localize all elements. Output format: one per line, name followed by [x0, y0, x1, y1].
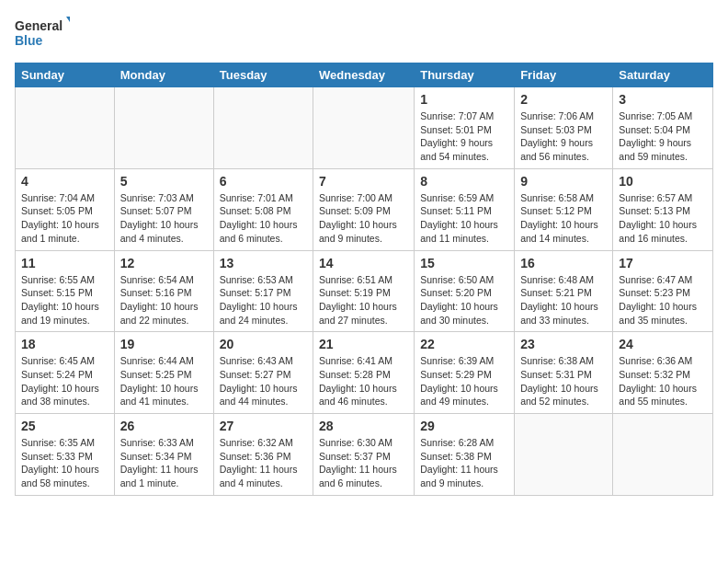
day-info: Sunrise: 6:43 AMSunset: 5:27 PMDaylight:…	[220, 354, 307, 408]
day-info: Sunrise: 6:53 AMSunset: 5:17 PMDaylight:…	[220, 273, 307, 327]
day-info: Sunrise: 6:57 AMSunset: 5:13 PMDaylight:…	[619, 191, 707, 246]
calendar-cell: 10Sunrise: 6:57 AMSunset: 5:13 PMDayligh…	[613, 168, 713, 250]
day-of-week-header: Tuesday	[213, 63, 313, 87]
day-info: Sunrise: 6:45 AMSunset: 5:24 PMDaylight:…	[21, 354, 108, 408]
calendar-cell: 22Sunrise: 6:39 AMSunset: 5:29 PMDayligh…	[415, 332, 515, 414]
day-info: Sunrise: 6:33 AMSunset: 5:34 PMDaylight:…	[120, 436, 208, 490]
day-number: 24	[619, 337, 707, 351]
calendar-cell: 17Sunrise: 6:47 AMSunset: 5:23 PMDayligh…	[613, 250, 713, 332]
day-of-week-header: Wednesday	[313, 63, 415, 87]
calendar-week-row: 4Sunrise: 7:04 AMSunset: 5:05 PMDaylight…	[16, 168, 713, 250]
calendar-cell: 13Sunrise: 6:53 AMSunset: 5:17 PMDayligh…	[213, 250, 313, 332]
calendar-cell	[16, 87, 115, 169]
day-info: Sunrise: 6:32 AMSunset: 5:36 PMDaylight:…	[220, 436, 307, 490]
logo: General Blue	[15, 15, 70, 52]
day-info: Sunrise: 7:05 AMSunset: 5:04 PMDaylight:…	[619, 109, 707, 164]
day-number: 5	[120, 174, 208, 189]
day-of-week-header: Friday	[515, 63, 613, 87]
svg-marker-2	[66, 17, 70, 28]
day-number: 20	[220, 337, 307, 351]
calendar-cell: 27Sunrise: 6:32 AMSunset: 5:36 PMDayligh…	[213, 414, 313, 496]
calendar-cell	[613, 414, 713, 496]
calendar-cell: 24Sunrise: 6:36 AMSunset: 5:32 PMDayligh…	[613, 332, 713, 414]
day-info: Sunrise: 7:01 AMSunset: 5:08 PMDaylight:…	[220, 191, 307, 246]
calendar-cell	[213, 87, 313, 169]
day-number: 9	[520, 174, 607, 189]
calendar-cell: 18Sunrise: 6:45 AMSunset: 5:24 PMDayligh…	[16, 332, 115, 414]
day-number: 4	[21, 174, 108, 189]
calendar-week-row: 25Sunrise: 6:35 AMSunset: 5:33 PMDayligh…	[16, 414, 713, 496]
day-number: 29	[420, 419, 508, 433]
day-info: Sunrise: 6:58 AMSunset: 5:12 PMDaylight:…	[520, 191, 607, 246]
calendar-cell: 28Sunrise: 6:30 AMSunset: 5:37 PMDayligh…	[313, 414, 415, 496]
day-info: Sunrise: 6:28 AMSunset: 5:38 PMDaylight:…	[420, 436, 508, 490]
day-number: 6	[220, 174, 307, 189]
svg-text:Blue: Blue	[15, 33, 43, 48]
day-number: 11	[21, 256, 108, 270]
calendar-cell: 23Sunrise: 6:38 AMSunset: 5:31 PMDayligh…	[515, 332, 613, 414]
day-info: Sunrise: 6:47 AMSunset: 5:23 PMDaylight:…	[619, 273, 707, 327]
calendar-cell: 6Sunrise: 7:01 AMSunset: 5:08 PMDaylight…	[213, 168, 313, 250]
day-info: Sunrise: 7:00 AMSunset: 5:09 PMDaylight:…	[319, 191, 408, 246]
day-number: 13	[220, 256, 307, 270]
day-number: 18	[21, 337, 108, 351]
calendar-cell: 4Sunrise: 7:04 AMSunset: 5:05 PMDaylight…	[16, 168, 115, 250]
day-info: Sunrise: 6:48 AMSunset: 5:21 PMDaylight:…	[520, 273, 607, 327]
day-info: Sunrise: 6:30 AMSunset: 5:37 PMDaylight:…	[319, 436, 408, 490]
day-number: 8	[420, 174, 508, 189]
day-info: Sunrise: 7:04 AMSunset: 5:05 PMDaylight:…	[21, 191, 108, 246]
calendar-cell: 25Sunrise: 6:35 AMSunset: 5:33 PMDayligh…	[16, 414, 115, 496]
day-info: Sunrise: 7:07 AMSunset: 5:01 PMDaylight:…	[420, 109, 508, 164]
day-number: 22	[420, 337, 508, 351]
day-info: Sunrise: 6:50 AMSunset: 5:20 PMDaylight:…	[420, 273, 508, 327]
calendar-cell: 3Sunrise: 7:05 AMSunset: 5:04 PMDaylight…	[613, 87, 713, 169]
day-number: 12	[120, 256, 208, 270]
day-number: 19	[120, 337, 208, 351]
day-info: Sunrise: 6:55 AMSunset: 5:15 PMDaylight:…	[21, 273, 108, 327]
day-info: Sunrise: 6:44 AMSunset: 5:25 PMDaylight:…	[120, 354, 208, 408]
calendar-cell: 26Sunrise: 6:33 AMSunset: 5:34 PMDayligh…	[114, 414, 213, 496]
calendar-cell: 8Sunrise: 6:59 AMSunset: 5:11 PMDaylight…	[415, 168, 515, 250]
calendar-cell	[114, 87, 213, 169]
day-number: 2	[520, 92, 607, 107]
day-number: 21	[319, 337, 408, 351]
page-header: General Blue	[15, 15, 713, 52]
day-number: 23	[520, 337, 607, 351]
calendar-cell	[313, 87, 415, 169]
calendar-cell: 21Sunrise: 6:41 AMSunset: 5:28 PMDayligh…	[313, 332, 415, 414]
day-of-week-header: Thursday	[415, 63, 515, 87]
calendar-cell: 11Sunrise: 6:55 AMSunset: 5:15 PMDayligh…	[16, 250, 115, 332]
calendar-week-row: 11Sunrise: 6:55 AMSunset: 5:15 PMDayligh…	[16, 250, 713, 332]
day-number: 14	[319, 256, 408, 270]
day-info: Sunrise: 6:36 AMSunset: 5:32 PMDaylight:…	[619, 354, 707, 408]
calendar-cell: 20Sunrise: 6:43 AMSunset: 5:27 PMDayligh…	[213, 332, 313, 414]
logo-svg: General Blue	[15, 15, 70, 52]
calendar-cell: 14Sunrise: 6:51 AMSunset: 5:19 PMDayligh…	[313, 250, 415, 332]
calendar-cell	[515, 414, 613, 496]
calendar-week-row: 1Sunrise: 7:07 AMSunset: 5:01 PMDaylight…	[16, 87, 713, 169]
day-info: Sunrise: 6:54 AMSunset: 5:16 PMDaylight:…	[120, 273, 208, 327]
day-number: 26	[120, 419, 208, 433]
calendar-table: SundayMondayTuesdayWednesdayThursdayFrid…	[15, 63, 713, 496]
calendar-cell: 16Sunrise: 6:48 AMSunset: 5:21 PMDayligh…	[515, 250, 613, 332]
calendar-cell: 1Sunrise: 7:07 AMSunset: 5:01 PMDaylight…	[415, 87, 515, 169]
day-number: 28	[319, 419, 408, 433]
svg-text:General: General	[15, 18, 63, 33]
day-info: Sunrise: 7:03 AMSunset: 5:07 PMDaylight:…	[120, 191, 208, 246]
day-number: 27	[220, 419, 307, 433]
day-number: 7	[319, 174, 408, 189]
day-number: 10	[619, 174, 707, 189]
calendar-cell: 15Sunrise: 6:50 AMSunset: 5:20 PMDayligh…	[415, 250, 515, 332]
calendar-cell: 12Sunrise: 6:54 AMSunset: 5:16 PMDayligh…	[114, 250, 213, 332]
calendar-cell: 29Sunrise: 6:28 AMSunset: 5:38 PMDayligh…	[415, 414, 515, 496]
calendar-cell: 9Sunrise: 6:58 AMSunset: 5:12 PMDaylight…	[515, 168, 613, 250]
day-info: Sunrise: 6:38 AMSunset: 5:31 PMDaylight:…	[520, 354, 607, 408]
day-of-week-header: Monday	[114, 63, 213, 87]
day-info: Sunrise: 6:35 AMSunset: 5:33 PMDaylight:…	[21, 436, 108, 490]
calendar-week-row: 18Sunrise: 6:45 AMSunset: 5:24 PMDayligh…	[16, 332, 713, 414]
calendar-cell: 19Sunrise: 6:44 AMSunset: 5:25 PMDayligh…	[114, 332, 213, 414]
day-info: Sunrise: 6:59 AMSunset: 5:11 PMDaylight:…	[420, 191, 508, 246]
calendar-cell: 2Sunrise: 7:06 AMSunset: 5:03 PMDaylight…	[515, 87, 613, 169]
day-info: Sunrise: 6:41 AMSunset: 5:28 PMDaylight:…	[319, 354, 408, 408]
day-info: Sunrise: 7:06 AMSunset: 5:03 PMDaylight:…	[520, 109, 607, 164]
